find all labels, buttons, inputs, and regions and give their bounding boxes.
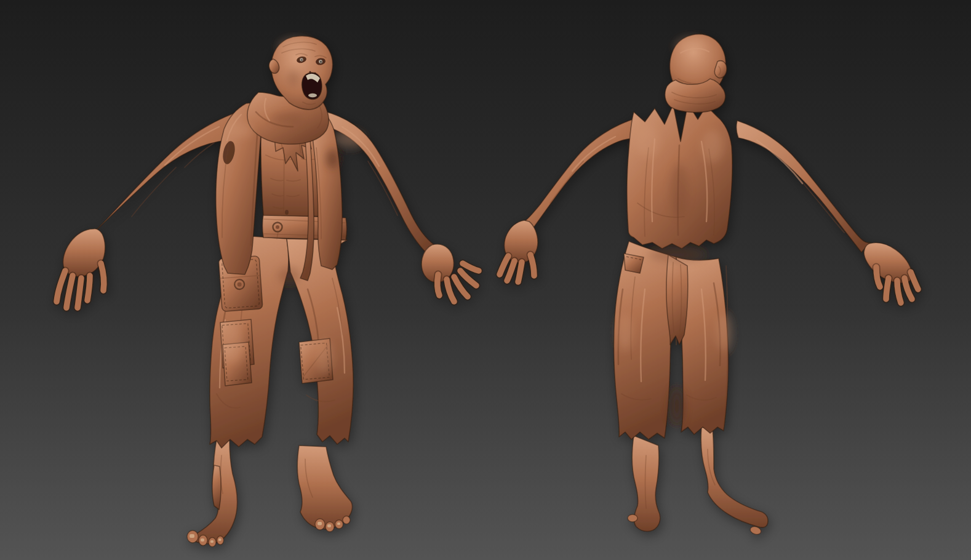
front-mouth [302, 73, 322, 99]
back-pocket [624, 254, 644, 273]
sculpt-viewport[interactable] [0, 0, 971, 560]
zombie-figure-front-view[interactable] [57, 36, 479, 546]
back-left-hand-fingers [500, 255, 534, 282]
sculpt-canvas[interactable] [0, 0, 971, 560]
back-waist-sash [666, 255, 688, 345]
zombie-figure-back-view[interactable] [500, 34, 918, 535]
back-feet [628, 427, 768, 535]
back-vest [627, 103, 732, 249]
front-hem-strip [212, 465, 221, 510]
back-pants [614, 241, 729, 439]
front-feet [187, 439, 353, 547]
